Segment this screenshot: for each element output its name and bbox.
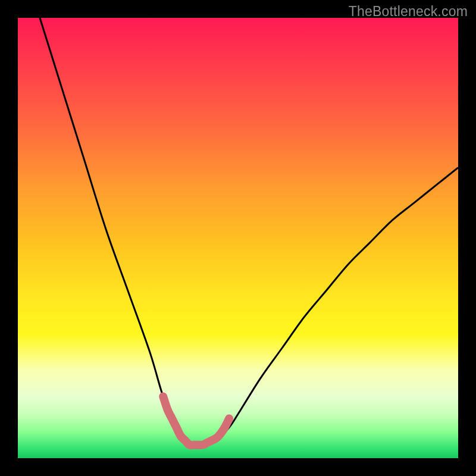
chart-frame: TheBottleneck.com: [0, 0, 476, 476]
chart-plot-area: [18, 18, 458, 458]
valley-highlight: [163, 396, 229, 445]
bottleneck-curve: [40, 18, 458, 446]
watermark-text: TheBottleneck.com: [349, 4, 468, 20]
chart-svg: [18, 18, 458, 458]
